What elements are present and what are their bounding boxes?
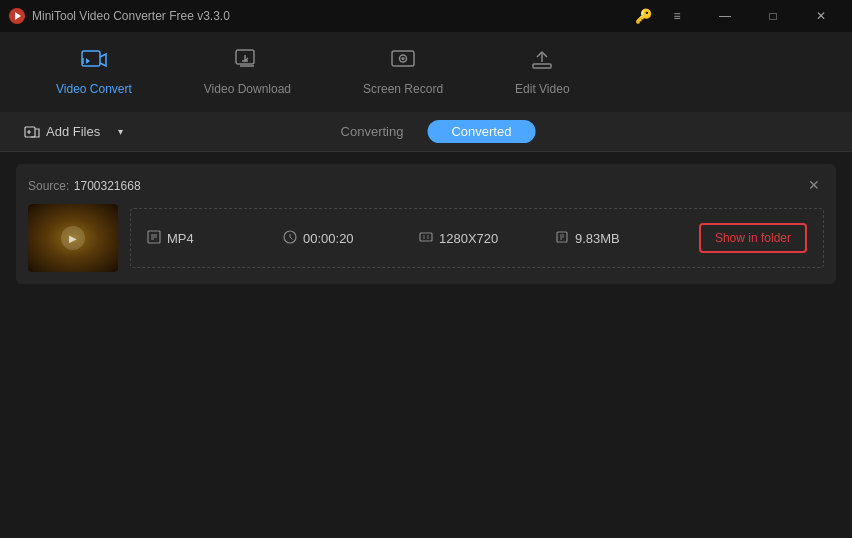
toolbar: Add Files ▾ Converting Converted: [0, 112, 852, 152]
screen-record-icon: [390, 48, 416, 78]
key-icon: 🔑: [635, 8, 652, 24]
show-in-folder-button[interactable]: Show in folder: [699, 223, 807, 253]
app-logo-icon: [8, 7, 26, 25]
nav-tab-video-download[interactable]: Video Download: [188, 40, 307, 104]
nav-tab-screen-record[interactable]: Screen Record: [347, 40, 459, 104]
svg-point-6: [402, 57, 405, 60]
maximize-button[interactable]: □: [750, 0, 796, 32]
duration-icon: [283, 230, 297, 247]
minimize-button[interactable]: —: [702, 0, 748, 32]
file-info-box: MP4 00:00:20 1280X720: [130, 208, 824, 268]
resolution-icon: [419, 230, 433, 247]
video-convert-icon: [81, 48, 107, 78]
thumbnail-play-icon: ▶: [61, 226, 85, 250]
file-card-header: Source: 1700321668 ✕: [28, 176, 824, 194]
close-button[interactable]: ✕: [798, 0, 844, 32]
title-bar: MiniTool Video Converter Free v3.3.0 🔑 ≡…: [0, 0, 852, 32]
add-files-dropdown-button[interactable]: ▾: [108, 114, 132, 150]
title-bar-controls: 🔑 ≡ — □ ✕: [635, 0, 844, 32]
tab-converting[interactable]: Converting: [317, 120, 428, 143]
svg-rect-7: [533, 64, 551, 68]
add-files-icon: [24, 124, 40, 140]
source-info: Source: 1700321668: [28, 176, 141, 194]
source-name: 1700321668: [74, 179, 141, 193]
video-thumbnail: ▶: [28, 204, 118, 272]
menu-button[interactable]: ≡: [654, 0, 700, 32]
nav-tab-screen-record-label: Screen Record: [363, 82, 443, 96]
toolbar-tabs: Converting Converted: [317, 120, 536, 143]
title-bar-left: MiniTool Video Converter Free v3.3.0: [8, 7, 230, 25]
size-icon: [555, 230, 569, 247]
tab-converted[interactable]: Converted: [427, 120, 535, 143]
app-title: MiniTool Video Converter Free v3.3.0: [32, 9, 230, 23]
source-label: Source:: [28, 179, 69, 193]
svg-rect-11: [420, 233, 432, 241]
file-format-item: MP4: [147, 230, 283, 247]
file-resolution-item: 1280X720: [419, 230, 555, 247]
close-card-button[interactable]: ✕: [804, 177, 824, 193]
add-files-label: Add Files: [46, 124, 100, 139]
nav-tab-edit-video-label: Edit Video: [515, 82, 570, 96]
file-duration-item: 00:00:20: [283, 230, 419, 247]
file-card: Source: 1700321668 ✕ ▶ MP4: [16, 164, 836, 284]
file-duration: 00:00:20: [303, 231, 354, 246]
format-icon: [147, 230, 161, 247]
nav-bar: Video Convert Video Download Screen Reco…: [0, 32, 852, 112]
file-format: MP4: [167, 231, 194, 246]
nav-tab-video-convert[interactable]: Video Convert: [40, 40, 148, 104]
svg-rect-2: [82, 51, 100, 66]
edit-video-icon: [529, 48, 555, 78]
video-download-icon: [234, 48, 260, 78]
nav-tab-video-download-label: Video Download: [204, 82, 291, 96]
file-size: 9.83MB: [575, 231, 620, 246]
add-files-button[interactable]: Add Files: [16, 114, 108, 150]
file-card-body: ▶ MP4 00:00:20: [28, 204, 824, 272]
content-area: Source: 1700321668 ✕ ▶ MP4: [0, 152, 852, 538]
file-size-item: 9.83MB: [555, 230, 691, 247]
file-resolution: 1280X720: [439, 231, 498, 246]
nav-tab-video-convert-label: Video Convert: [56, 82, 132, 96]
nav-tab-edit-video[interactable]: Edit Video: [499, 40, 586, 104]
